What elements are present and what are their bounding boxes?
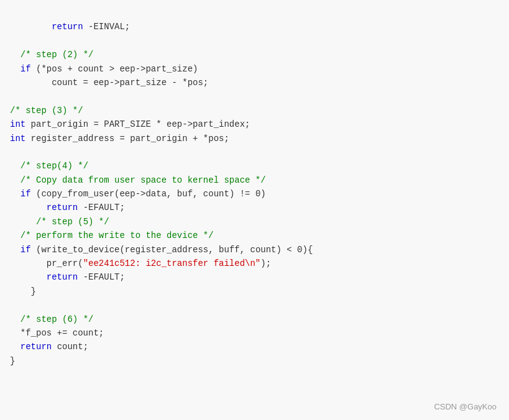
- line-24: return count;: [10, 342, 88, 352]
- line-23: *f_pos += count;: [10, 328, 104, 338]
- line-17: if (write_to_device(register_address, bu…: [10, 245, 313, 255]
- line-11: /* step(4) */: [10, 161, 88, 171]
- line-22: /* step (6) */: [10, 314, 93, 324]
- watermark: CSDN @GayKoo: [434, 402, 497, 411]
- line-1: return -EINVAL;: [10, 22, 130, 32]
- line-25: }: [10, 356, 15, 366]
- line-12: /* Copy data from user space to kernel s…: [10, 175, 266, 185]
- line-3: /* step (2) */: [10, 50, 93, 60]
- line-4: if (*pos + count > eep->part_size): [10, 64, 198, 74]
- line-21: [10, 300, 15, 310]
- line-18: pr_err("ee241c512: i2c_transfer failed\n…: [10, 258, 271, 268]
- line-8: int part_origin = PART_SIZE * eep->part_…: [10, 119, 250, 129]
- line-6: [10, 91, 15, 101]
- code-block: return -EINVAL; /* step (2) */ if (*pos …: [10, 6, 499, 382]
- line-14: return -EFAULT;: [10, 203, 125, 212]
- line-9: int register_address = part_origin + *po…: [10, 134, 229, 144]
- line-19: return -EFAULT;: [10, 272, 125, 282]
- line-5: count = eep->part_size - *pos;: [10, 78, 208, 88]
- code-container: return -EINVAL; /* step (2) */ if (*pos …: [0, 0, 509, 420]
- line-2: [10, 36, 15, 46]
- line-16: /* perform the write to the device */: [10, 231, 214, 240]
- line-20: }: [10, 286, 36, 296]
- line-10: [10, 147, 15, 157]
- line-13: if (copy_from_user(eep->data, buf, count…: [10, 189, 266, 199]
- line-7: /* step (3) */: [10, 106, 83, 116]
- line-15: /* step (5) */: [10, 217, 109, 227]
